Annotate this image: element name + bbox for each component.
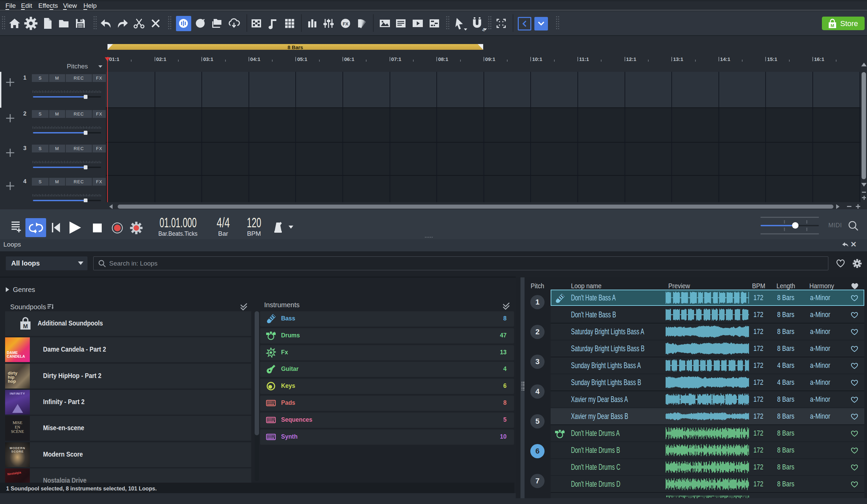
svg-text:M: M [23,323,28,330]
svg-text:FX: FX [343,21,349,26]
svg-text:M: M [831,23,834,28]
